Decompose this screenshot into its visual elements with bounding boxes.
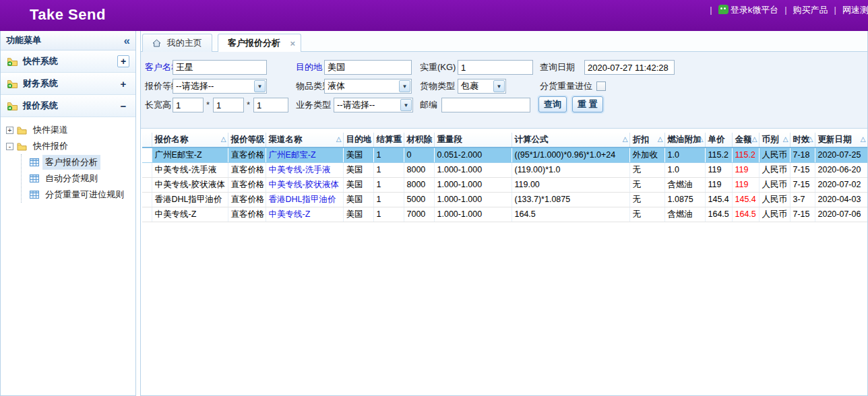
reset-button[interactable]: 重 置: [572, 96, 603, 112]
tab-my-home[interactable]: 我的主页: [142, 34, 212, 52]
sort-icon[interactable]: △: [698, 135, 704, 143]
tree-item-split-weight-carry-rule[interactable]: 分货重量可进位规则: [22, 187, 135, 203]
tree-item-customer-quote-analysis[interactable]: 客户报价分析: [22, 154, 135, 170]
cell-settle_weight: 1: [373, 147, 404, 162]
sort-icon[interactable]: △: [336, 135, 342, 143]
col-header-volume_divisor[interactable]: 材积除△: [404, 133, 434, 147]
cell-aging: 7-15: [790, 207, 815, 222]
tree-item-auto-split-rule[interactable]: 自动分货规则: [22, 170, 135, 187]
destination-input[interactable]: [324, 60, 412, 75]
tree-item-label[interactable]: 快件报价: [30, 139, 71, 154]
cell-destination: 美国: [343, 177, 373, 192]
tab-customer-quote-analysis[interactable]: 客户报价分析 ×: [218, 34, 301, 53]
expand-plus-icon[interactable]: +: [117, 55, 129, 67]
section-label-finance: 财务系统: [23, 77, 117, 90]
table-row[interactable]: 中美专线-Z直客价格中美专线-Z美国170001.000-1.000164.5无…: [142, 207, 867, 222]
tree-item-label[interactable]: 快件渠道: [30, 123, 71, 137]
customer-name-input[interactable]: [173, 60, 267, 75]
col-header-settle_weight[interactable]: 结算重△: [373, 133, 404, 147]
multiply-sign: *: [247, 98, 250, 112]
cell-settle_weight: 1: [373, 177, 404, 192]
cell-channel_name[interactable]: 香港DHL指甲油价: [266, 192, 343, 207]
split-weight-carry-checkbox[interactable]: [596, 81, 606, 91]
expand-plus-icon[interactable]: +: [117, 78, 129, 90]
col-header-quote_name[interactable]: 报价名称△: [152, 133, 228, 147]
sort-icon[interactable]: △: [221, 135, 226, 143]
cell-quote_grade: 直客价格: [228, 162, 266, 177]
sort-icon[interactable]: △: [783, 135, 788, 143]
tree-item-label[interactable]: 自动分货规则: [42, 171, 100, 186]
cell-channel_name[interactable]: 中美专线-胶状液体: [266, 177, 343, 192]
buy-product-link[interactable]: 购买产品: [778, 4, 828, 16]
tree-item-label[interactable]: 客户报价分析: [42, 155, 100, 170]
height-input[interactable]: [253, 98, 288, 112]
query-date-input[interactable]: [584, 60, 675, 75]
cell-discount: 无: [629, 192, 664, 207]
sort-icon[interactable]: △: [808, 135, 813, 143]
speed-test-link[interactable]: 网速测试: [828, 4, 868, 16]
sort-icon[interactable]: △: [861, 135, 866, 143]
close-icon[interactable]: ×: [290, 35, 295, 52]
col-header-amount[interactable]: 金额△: [732, 133, 759, 147]
collapse-minus-icon[interactable]: −: [117, 100, 129, 112]
col-header-fuel_surcharge[interactable]: 燃油附加△: [664, 133, 705, 147]
sort-icon[interactable]: △: [658, 135, 663, 143]
cell-selector: [142, 192, 152, 207]
split-weight-carry-label: 分货重量进位: [540, 79, 592, 94]
col-header-formula[interactable]: 计算公式△: [512, 133, 629, 147]
width-input[interactable]: [213, 98, 244, 112]
sort-icon[interactable]: △: [427, 135, 433, 143]
table-row[interactable]: 中美专线-洗手液直客价格中美专线-洗手液美国180001.000-1.000(1…: [142, 162, 867, 177]
cell-volume_divisor: 5000: [404, 192, 434, 207]
sort-icon[interactable]: △: [367, 135, 372, 143]
biz-type-select[interactable]: --请选择-- ▼: [334, 98, 413, 112]
col-header-aging[interactable]: 时效△: [790, 133, 815, 147]
col-header-destination[interactable]: 目的地△: [343, 133, 373, 147]
sidebar-section-finance[interactable]: 财务系统 +: [1, 73, 135, 95]
login-wechat-link[interactable]: 登录k微平台: [704, 4, 778, 16]
cell-amount: 164.5: [732, 207, 759, 222]
chevron-down-icon[interactable]: ▼: [254, 80, 266, 92]
search-button[interactable]: 查询: [538, 96, 567, 112]
table-row[interactable]: 香港DHL指甲油价直客价格香港DHL指甲油价美国150001.000-1.000…: [142, 192, 867, 207]
chevron-down-icon[interactable]: ▼: [493, 80, 505, 92]
sidebar-section-express[interactable]: 快件系统 +: [1, 51, 135, 73]
tree-item-express-channel[interactable]: + 快件渠道: [5, 122, 135, 138]
col-header-currency[interactable]: 币别△: [759, 133, 790, 147]
quote-grade-select[interactable]: --请选择-- ▼: [173, 79, 267, 94]
table-row[interactable]: 广州E邮宝-Z直客价格广州E邮宝-Z美国100.051-2.000((95*1/…: [142, 147, 867, 162]
sidebar-section-quote[interactable]: 报价系统 −: [1, 95, 135, 117]
collapse-icon[interactable]: -: [6, 143, 13, 150]
expand-icon[interactable]: +: [6, 127, 13, 134]
cell-amount: 119: [732, 177, 759, 192]
col-header-unit_price[interactable]: 单价: [705, 133, 732, 147]
folder-arrow-icon: [7, 79, 18, 89]
cell-fuel_surcharge: 含燃油: [664, 207, 705, 222]
sort-icon[interactable]: △: [623, 135, 628, 143]
item-type-select[interactable]: 液体 ▼: [324, 79, 412, 94]
tree-item-label[interactable]: 分货重量可进位规则: [42, 187, 127, 202]
cell-channel_name[interactable]: 中美专线-洗手液: [266, 162, 343, 177]
sort-icon[interactable]: △: [259, 135, 264, 143]
cell-volume_divisor: 8000: [404, 177, 434, 192]
col-header-weight_range[interactable]: 重量段: [434, 133, 512, 147]
sort-icon[interactable]: △: [397, 135, 402, 143]
table-row[interactable]: 中美专线-胶状液体直客价格中美专线-胶状液体美国180001.000-1.000…: [142, 177, 867, 192]
collapse-sidebar-icon[interactable]: «: [124, 35, 130, 46]
col-header-update_date[interactable]: 更新日期△: [815, 133, 867, 147]
header-links: 登录k微平台购买产品网速测试: [704, 4, 868, 16]
cell-aging: 3-7: [790, 192, 815, 207]
cell-channel_name[interactable]: 广州E邮宝-Z: [266, 147, 343, 162]
col-header-discount[interactable]: 折扣△: [629, 133, 664, 147]
chevron-down-icon[interactable]: ▼: [400, 99, 412, 111]
length-input[interactable]: [173, 98, 204, 112]
cargo-type-select[interactable]: 包裹 ▼: [458, 79, 506, 94]
chevron-down-icon[interactable]: ▼: [399, 80, 410, 92]
col-header-channel_name[interactable]: 渠道名称△: [266, 133, 343, 147]
col-header-quote_grade[interactable]: 报价等级△: [228, 133, 266, 147]
tree-item-express-quote[interactable]: - 快件报价: [5, 138, 135, 154]
sort-icon[interactable]: △: [752, 135, 757, 143]
cell-channel_name[interactable]: 中美专线-Z: [266, 207, 343, 222]
zip-code-input[interactable]: [441, 98, 530, 112]
actual-weight-input[interactable]: [458, 60, 533, 75]
